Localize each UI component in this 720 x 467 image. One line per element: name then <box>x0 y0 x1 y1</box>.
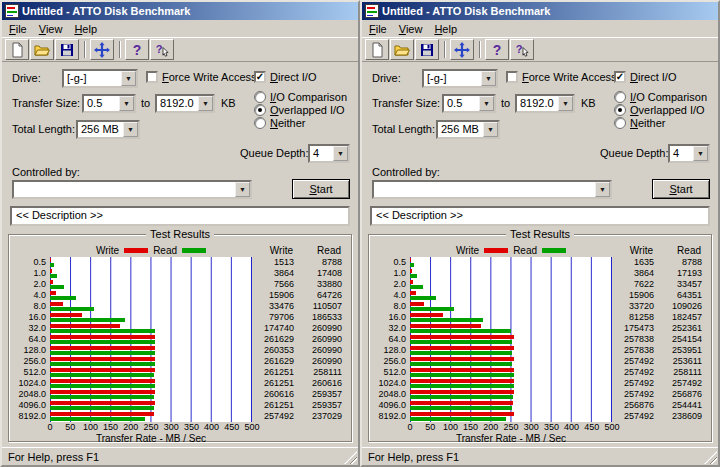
write-column-header: Write <box>252 245 300 256</box>
force-write-access-checkbox[interactable]: ✓ Force Write Access <box>506 71 617 83</box>
transfer-size-to-select[interactable]: 8192.0 ▼ <box>155 94 215 113</box>
menu-file[interactable]: File <box>363 22 393 36</box>
dropdown-arrow-icon[interactable]: ▼ <box>123 122 138 137</box>
radio-button[interactable] <box>614 117 626 129</box>
queue-depth-select[interactable]: 4 ▼ <box>308 144 350 163</box>
checkbox-box[interactable]: ✓ <box>254 71 266 83</box>
chart-row <box>50 389 251 400</box>
description-text: << Description >> <box>16 209 103 221</box>
new-file-button[interactable] <box>365 39 389 60</box>
read-bar <box>50 296 76 300</box>
x-tick-label: 50 <box>425 422 435 433</box>
chart-row <box>410 345 611 356</box>
move-tool-button[interactable] <box>450 39 474 60</box>
radio-button[interactable] <box>254 104 266 116</box>
checkbox-box[interactable]: ✓ <box>614 71 626 83</box>
read-value: 254154 <box>660 334 708 345</box>
dropdown-arrow-icon[interactable]: ▼ <box>595 182 610 197</box>
title-bar[interactable]: Untitled - ATTO Disk Benchmark <box>2 2 358 20</box>
open-folder-icon <box>394 42 410 58</box>
radio-button[interactable] <box>254 117 266 129</box>
read-column-header: Read <box>660 245 708 256</box>
radio-button[interactable] <box>614 104 626 116</box>
queue-depth-select[interactable]: 4 ▼ <box>668 144 710 163</box>
radio-overlapped-io[interactable]: Overlapped I/O <box>614 104 705 116</box>
radio-neither[interactable]: Neither <box>254 117 305 129</box>
y-axis-label: 4096.0 <box>372 400 410 411</box>
resize-grip[interactable] <box>704 451 717 464</box>
save-button[interactable] <box>415 39 439 60</box>
chart-plot-area <box>410 257 612 422</box>
radio-button[interactable] <box>614 91 626 103</box>
radio-io-comparison[interactable]: I/O Comparison <box>614 91 707 103</box>
chart-row <box>410 378 611 389</box>
resize-grip[interactable] <box>344 451 357 464</box>
open-folder-button[interactable] <box>390 39 414 60</box>
menu-help[interactable]: Help <box>428 22 463 36</box>
drive-label: Drive: <box>372 72 401 84</box>
dropdown-arrow-icon[interactable]: ▼ <box>558 96 573 111</box>
drive-select[interactable]: [-g-] ▼ <box>422 69 498 88</box>
title-bar[interactable]: Untitled - ATTO Disk Benchmark <box>362 2 718 20</box>
direct-io-checkbox[interactable]: ✓ Direct I/O <box>254 71 316 83</box>
help-button[interactable]: ? <box>485 39 509 60</box>
overlapped-io-label: Overlapped I/O <box>270 104 345 116</box>
description-box[interactable]: << Description >> <box>370 206 710 226</box>
read-value: 109026 <box>660 301 708 312</box>
dropdown-arrow-icon[interactable]: ▼ <box>119 96 134 111</box>
write-bar <box>50 412 154 416</box>
total-length-select[interactable]: 256 MB ▼ <box>76 120 140 139</box>
x-tick-label: 350 <box>184 422 199 433</box>
start-button[interactable]: Start <box>652 179 710 199</box>
radio-io-comparison[interactable]: I/O Comparison <box>254 91 347 103</box>
drive-select[interactable]: [-g-] ▼ <box>62 69 138 88</box>
force-write-access-label: Force Write Access <box>162 71 257 83</box>
transfer-size-from-select[interactable]: 0.5 ▼ <box>442 94 496 113</box>
x-tick-label: 500 <box>604 422 619 433</box>
radio-button[interactable] <box>254 91 266 103</box>
total-length-select[interactable]: 256 MB ▼ <box>436 120 500 139</box>
move-tool-button[interactable] <box>90 39 114 60</box>
start-button[interactable]: Start <box>292 179 350 199</box>
transfer-size-to-select[interactable]: 8192.0 ▼ <box>515 94 575 113</box>
controlled-by-select[interactable]: ▼ <box>12 180 252 199</box>
menu-help[interactable]: Help <box>68 22 103 36</box>
open-folder-button[interactable] <box>30 39 54 60</box>
chart-header: Write Read Write Read <box>12 244 348 257</box>
context-help-button[interactable]: ? <box>150 39 174 60</box>
transfer-size-from-select[interactable]: 0.5 ▼ <box>82 94 136 113</box>
dropdown-arrow-icon[interactable]: ▼ <box>333 146 348 161</box>
save-button[interactable] <box>55 39 79 60</box>
io-comparison-label: I/O Comparison <box>270 91 347 103</box>
write-value: 3864 <box>612 268 660 279</box>
test-results-title: Test Results <box>506 228 574 240</box>
description-box[interactable]: << Description >> <box>10 206 350 226</box>
dropdown-arrow-icon[interactable]: ▼ <box>235 182 250 197</box>
menu-view[interactable]: View <box>33 22 69 36</box>
status-bar: For Help, press F1 <box>362 447 718 465</box>
dropdown-arrow-icon[interactable]: ▼ <box>198 96 213 111</box>
direct-io-checkbox[interactable]: ✓ Direct I/O <box>614 71 676 83</box>
dropdown-arrow-icon[interactable]: ▼ <box>483 122 498 137</box>
new-file-button[interactable] <box>5 39 29 60</box>
write-value: 175473 <box>612 323 660 334</box>
context-help-button[interactable]: ? <box>510 39 534 60</box>
radio-neither[interactable]: Neither <box>614 117 665 129</box>
checkbox-box[interactable]: ✓ <box>146 71 158 83</box>
radio-overlapped-io[interactable]: Overlapped I/O <box>254 104 345 116</box>
read-value: 260990 <box>300 345 348 356</box>
controlled-by-select[interactable]: ▼ <box>372 180 612 199</box>
dropdown-arrow-icon[interactable]: ▼ <box>693 146 708 161</box>
menu-view[interactable]: View <box>393 22 429 36</box>
dropdown-arrow-icon[interactable]: ▼ <box>121 71 136 86</box>
dropdown-arrow-icon[interactable]: ▼ <box>481 71 496 86</box>
dropdown-arrow-icon[interactable]: ▼ <box>479 96 494 111</box>
menu-file[interactable]: File <box>3 22 33 36</box>
write-column-header: Write <box>612 245 660 256</box>
x-tick-label: 0 <box>407 422 412 433</box>
checkbox-box[interactable]: ✓ <box>506 71 518 83</box>
test-results-group: Test Results Write Read Write Read 0.51.… <box>8 234 352 442</box>
help-button[interactable]: ? <box>125 39 149 60</box>
force-write-access-checkbox[interactable]: ✓ Force Write Access <box>146 71 257 83</box>
read-bar <box>50 340 155 344</box>
